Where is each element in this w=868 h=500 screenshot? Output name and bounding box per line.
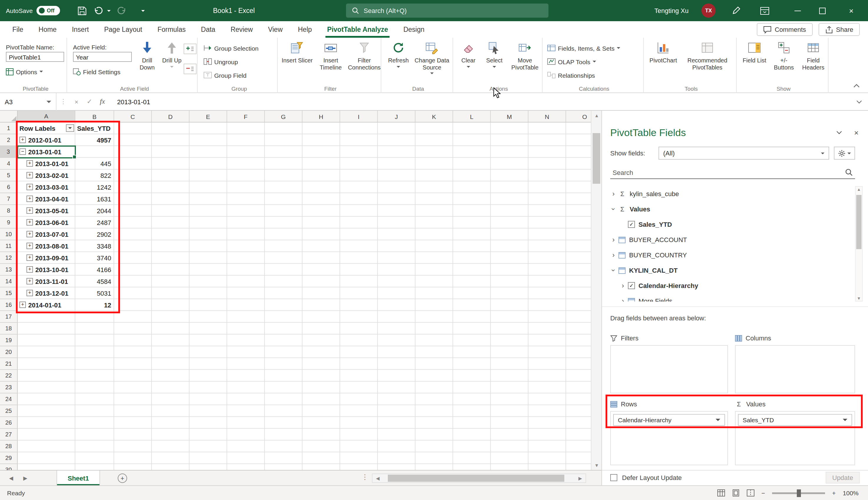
- cell-G14[interactable]: [265, 276, 303, 287]
- vertical-scrollbar[interactable]: ▲ ▼: [591, 111, 601, 470]
- cell-J26[interactable]: [378, 417, 415, 429]
- cell-N12[interactable]: [528, 252, 566, 264]
- cell-G3[interactable]: [265, 146, 303, 158]
- cell-O25[interactable]: [566, 405, 591, 417]
- cell-B2[interactable]: 4957: [75, 134, 114, 146]
- options-button[interactable]: Options: [6, 66, 43, 77]
- cell-N14[interactable]: [528, 276, 566, 287]
- name-box[interactable]: A3: [0, 93, 57, 111]
- cell-O2[interactable]: [566, 134, 591, 146]
- cell-G12[interactable]: [265, 252, 303, 264]
- cell-G5[interactable]: [265, 170, 303, 181]
- cell-F1[interactable]: [227, 123, 265, 134]
- cell-L28[interactable]: [453, 441, 491, 452]
- cell-J16[interactable]: [378, 299, 415, 311]
- cell-H21[interactable]: [303, 358, 340, 370]
- cell-O8[interactable]: [566, 205, 591, 217]
- cell-F15[interactable]: [227, 287, 265, 299]
- row-header-23[interactable]: 23: [0, 382, 17, 394]
- cell-F13[interactable]: [227, 264, 265, 276]
- show-fields-dropdown[interactable]: (All): [658, 147, 829, 160]
- cell-H26[interactable]: [303, 417, 340, 429]
- cell-C4[interactable]: [114, 158, 152, 170]
- autosave-toggle[interactable]: AutoSave Off: [6, 0, 60, 21]
- cell-L19[interactable]: [453, 334, 491, 346]
- cell-F22[interactable]: [227, 370, 265, 382]
- cell-H28[interactable]: [303, 441, 340, 452]
- cell-N25[interactable]: [528, 405, 566, 417]
- cell-G15[interactable]: [265, 287, 303, 299]
- draw-ink-button[interactable]: [732, 0, 740, 21]
- cell-O11[interactable]: [566, 240, 591, 252]
- cell-H27[interactable]: [303, 429, 340, 441]
- cell-D21[interactable]: [152, 358, 189, 370]
- cell-M24[interactable]: [491, 394, 528, 405]
- cell-C19[interactable]: [114, 334, 152, 346]
- cell-O7[interactable]: [566, 193, 591, 205]
- cell-L24[interactable]: [453, 394, 491, 405]
- cell-D3[interactable]: [152, 146, 189, 158]
- column-header-D[interactable]: D: [152, 111, 189, 123]
- cell-D12[interactable]: [152, 252, 189, 264]
- cell-C10[interactable]: [114, 228, 152, 240]
- cell-K15[interactable]: [415, 287, 453, 299]
- cell-I8[interactable]: [340, 205, 378, 217]
- cell-L4[interactable]: [453, 158, 491, 170]
- cell-M29[interactable]: [491, 452, 528, 464]
- cell-M11[interactable]: [491, 240, 528, 252]
- expand-arrow-icon[interactable]: ›: [610, 236, 617, 244]
- cell-F24[interactable]: [227, 394, 265, 405]
- normal-view-button[interactable]: [717, 489, 725, 497]
- cell-H24[interactable]: [303, 394, 340, 405]
- cell-J5[interactable]: [378, 170, 415, 181]
- cell-G24[interactable]: [265, 394, 303, 405]
- insert-timeline-button[interactable]: Insert Timeline: [314, 39, 347, 71]
- column-header-H[interactable]: H: [303, 111, 340, 123]
- cell-A25[interactable]: [17, 405, 75, 417]
- cell-D5[interactable]: [152, 170, 189, 181]
- tab-view[interactable]: View: [260, 21, 290, 38]
- values-drop-area[interactable]: Sales_YTD: [735, 411, 855, 465]
- cell-E23[interactable]: [189, 382, 227, 394]
- cell-C30[interactable]: [114, 464, 152, 470]
- cell-C28[interactable]: [114, 441, 152, 452]
- cell-F16[interactable]: [227, 299, 265, 311]
- cell-D4[interactable]: [152, 158, 189, 170]
- cell-L15[interactable]: [453, 287, 491, 299]
- close-button[interactable]: ×: [834, 0, 868, 21]
- cell-E17[interactable]: [189, 311, 227, 323]
- cell-N18[interactable]: [528, 323, 566, 334]
- cell-L3[interactable]: [453, 146, 491, 158]
- cell-M28[interactable]: [491, 441, 528, 452]
- cell-C1[interactable]: [114, 123, 152, 134]
- cell-J14[interactable]: [378, 276, 415, 287]
- expand-button-row-15[interactable]: +: [26, 290, 33, 296]
- cell-M26[interactable]: [491, 417, 528, 429]
- cell-K2[interactable]: [415, 134, 453, 146]
- expand-button-row-8[interactable]: +: [26, 207, 33, 214]
- cell-C14[interactable]: [114, 276, 152, 287]
- row-header-12[interactable]: 12: [0, 252, 17, 264]
- cell-I24[interactable]: [340, 394, 378, 405]
- cell-G10[interactable]: [265, 228, 303, 240]
- cell-D25[interactable]: [152, 405, 189, 417]
- row-header-24[interactable]: 24: [0, 394, 17, 405]
- tab-data[interactable]: Data: [193, 21, 223, 38]
- cell-D7[interactable]: [152, 193, 189, 205]
- active-field-input[interactable]: Year: [73, 52, 132, 62]
- cell-N28[interactable]: [528, 441, 566, 452]
- horizontal-scrollbar[interactable]: ◀ ▶: [372, 474, 586, 483]
- expand-button-row-7[interactable]: +: [26, 195, 33, 202]
- cell-C24[interactable]: [114, 394, 152, 405]
- cell-N2[interactable]: [528, 134, 566, 146]
- cell-D28[interactable]: [152, 441, 189, 452]
- field-tree-item-KYLIN_CAL_DT[interactable]: ›KYLIN_CAL_DT: [607, 263, 853, 278]
- cell-N7[interactable]: [528, 193, 566, 205]
- cell-K26[interactable]: [415, 417, 453, 429]
- drill-up-button[interactable]: Drill Up: [160, 39, 184, 69]
- expand-arrow-icon[interactable]: ›: [610, 251, 617, 259]
- field-checkbox-checked[interactable]: ✓: [628, 282, 635, 289]
- cell-B29[interactable]: [75, 452, 114, 464]
- cell-B26[interactable]: [75, 417, 114, 429]
- formula-content[interactable]: 2013-01-01: [109, 98, 150, 105]
